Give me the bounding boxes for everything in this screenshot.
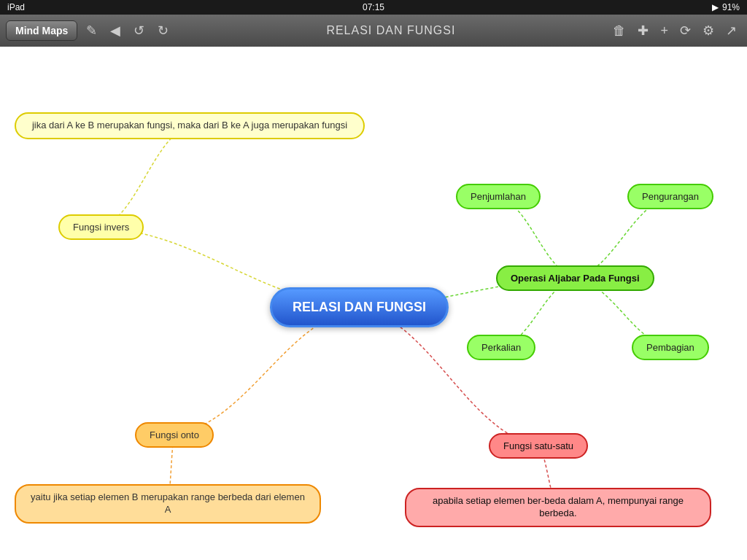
trash-icon[interactable]: 🗑 (608, 20, 630, 42)
node-fungsi-satu-satu-desc[interactable]: apabila setiap elemen ber-beda dalam A, … (405, 488, 711, 527)
node-fungsi-onto-desc[interactable]: yaitu jika setiap elemen B merupakan ran… (15, 484, 321, 524)
status-bar: iPad 07:15 ▶ 91% (0, 0, 747, 15)
node-operasi-aljabar[interactable]: Operasi Aljabar Pada Fungsi (496, 265, 654, 291)
undo-icon[interactable]: ↺ (129, 20, 149, 42)
toolbar-right-actions: 🗑 ✚ + ⟳ ⚙ ↗ (608, 20, 741, 42)
device-label: iPad (7, 2, 25, 12)
redo-icon[interactable]: ↻ (153, 20, 173, 42)
node-fungsi-satu-satu[interactable]: Fungsi satu-satu (489, 433, 588, 459)
battery-icon: ▶ (712, 2, 719, 12)
add-icon-2[interactable]: + (656, 20, 673, 42)
node-fungsi-invers[interactable]: Fungsi invers (58, 214, 144, 240)
time-display: 07:15 (363, 2, 384, 12)
node-fungsi-invers-desc[interactable]: jika dari A ke B merupakan fungsi, maka … (15, 112, 365, 139)
refresh-icon[interactable]: ⟳ (676, 20, 695, 42)
toolbar: Mind Maps ✎ ◀ ↺ ↻ RELASI DAN FUNGSI 🗑 ✚ … (0, 15, 747, 47)
node-pengurangan[interactable]: Pengurangan (627, 184, 713, 209)
node-pembagian[interactable]: Pembagian (632, 335, 709, 360)
battery-level: 91% (722, 2, 740, 12)
settings-icon[interactable]: ⚙ (698, 20, 719, 42)
node-penjumlahan[interactable]: Penjumlahan (456, 184, 541, 209)
status-right: ▶ 91% (712, 2, 740, 12)
back-icon[interactable]: ◀ (106, 20, 125, 42)
edit-icon[interactable]: ✎ (82, 20, 101, 42)
node-perkalian[interactable]: Perkalian (467, 335, 535, 360)
mind-map-canvas: RELASI DAN FUNGSI Fungsi invers jika dar… (0, 47, 747, 560)
share-icon[interactable]: ↗ (721, 20, 741, 42)
toolbar-title: RELASI DAN FUNGSI (177, 24, 604, 37)
node-center[interactable]: RELASI DAN FUNGSI (270, 287, 449, 327)
mind-maps-button[interactable]: Mind Maps (6, 20, 77, 41)
node-fungsi-onto[interactable]: Fungsi onto (135, 422, 214, 448)
add-icon-1[interactable]: ✚ (633, 20, 653, 42)
